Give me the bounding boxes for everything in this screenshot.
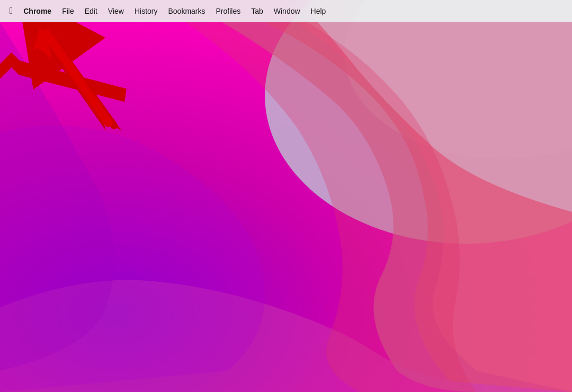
apple-menu[interactable]: 	[4, 4, 18, 19]
menu-tab[interactable]: Tab	[246, 5, 269, 17]
menu-history[interactable]: History	[129, 5, 163, 17]
menubar:  Chrome File Edit View History Bookmark…	[0, 0, 572, 22]
menu-file[interactable]: File	[57, 5, 79, 17]
menu-edit[interactable]: Edit	[79, 5, 103, 17]
menu-window[interactable]: Window	[269, 5, 306, 17]
menu-view[interactable]: View	[103, 5, 129, 17]
menu-chrome[interactable]: Chrome	[18, 5, 57, 17]
menu-bookmarks[interactable]: Bookmarks	[163, 5, 210, 17]
menu-profiles[interactable]: Profiles	[211, 5, 246, 17]
menu-help[interactable]: Help	[306, 5, 332, 17]
desktop-background	[0, 0, 572, 392]
